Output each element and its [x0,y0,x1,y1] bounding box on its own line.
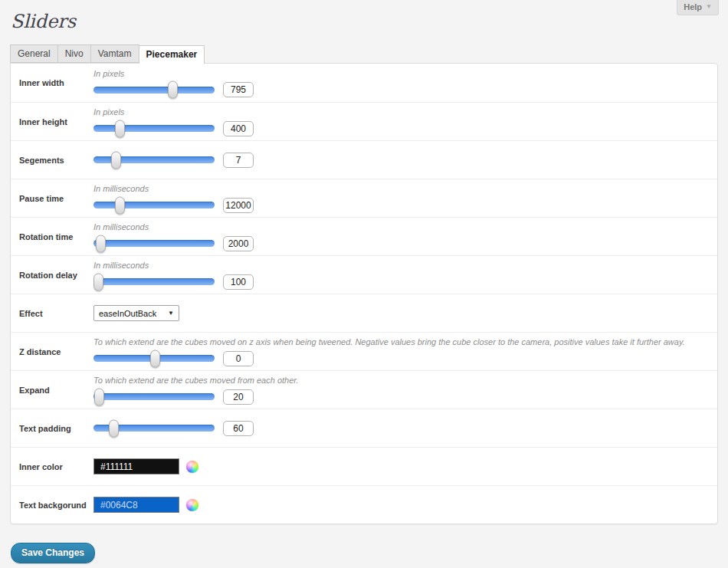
field-content: easeInOutBack▼ [93,294,717,332]
inner-color-color-input[interactable]: #111111 [93,458,179,474]
tab-general[interactable]: General [10,44,58,63]
inner-width-value-input[interactable] [223,82,254,97]
tab-piecemaker[interactable]: Piecemaker [139,45,205,64]
field-description: In pixels [93,107,708,117]
tab-bar: GeneralNivoVamtamPiecemaker [10,44,728,63]
text-padding-slider-handle[interactable] [109,419,119,437]
field-controls [93,421,708,436]
field-description: To which extend are the cubes moved on z… [93,337,708,347]
field-content: In milliseconds [93,218,717,255]
field-controls [93,236,708,251]
field-label: Inner width [11,64,93,102]
text-padding-value-input[interactable] [223,421,254,436]
inner-height-slider-handle[interactable] [115,120,125,137]
page-title: Sliders [0,0,728,31]
chevron-down-icon: ▼ [706,4,712,10]
field-description: In milliseconds [93,184,708,194]
help-label: Help [684,2,702,11]
settings-row-inner-color: Inner color#111111 [11,447,717,485]
z-distance-slider-handle[interactable] [150,350,160,367]
field-content [93,409,717,447]
field-content: In pixels [93,64,717,102]
field-label: Expand [11,371,93,409]
expand-slider-handle[interactable] [94,388,104,405]
field-label: Effect [11,294,93,332]
text-padding-slider-track[interactable] [93,425,215,432]
help-button[interactable]: Help ▼ [677,0,719,15]
settings-row-segements: Segements [11,140,717,179]
rotation-time-slider-handle[interactable] [96,235,106,252]
field-description: In milliseconds [93,222,708,232]
rotation-delay-slider-track[interactable] [93,278,215,285]
field-content: In milliseconds [93,256,717,294]
inner-width-slider-track[interactable] [93,87,215,94]
settings-row-inner-height: Inner heightIn pixels [11,102,717,140]
field-description: To which extend are the cubes moved from… [93,376,708,386]
settings-row-expand: ExpandTo which extend are the cubes move… [11,370,717,409]
expand-slider-track[interactable] [93,393,215,400]
effect-select[interactable]: easeInOutBack▼ [93,305,179,321]
settings-row-rotation-time: Rotation timeIn milliseconds [11,217,717,255]
pause-time-slider-track[interactable] [93,202,215,208]
field-controls: easeInOutBack▼ [93,305,708,321]
inner-height-value-input[interactable] [223,121,254,136]
effect-selected-value: easeInOutBack [99,309,156,318]
text-background-color-input[interactable]: #0064C8 [93,497,179,513]
settings-row-inner-width: Inner widthIn pixels [11,64,717,102]
field-content [93,141,717,179]
field-content: In milliseconds [93,179,717,217]
segements-slider-handle[interactable] [111,151,121,169]
z-distance-slider-track[interactable] [93,355,215,362]
field-label: Inner color [11,448,93,485]
field-controls [93,153,708,168]
field-label: Z distance [11,333,93,370]
sliders-settings-page: Help ▼ Sliders GeneralNivoVamtamPiecemak… [0,0,728,568]
settings-panel: Inner widthIn pixelsInner heightIn pixel… [10,63,718,524]
settings-row-pause-time: Pause timeIn milliseconds [11,179,717,217]
field-label: Pause time [11,179,93,217]
field-controls [93,389,708,405]
field-content: In pixels [93,103,717,140]
segements-value-input[interactable] [223,153,254,168]
field-controls [93,198,708,213]
field-content: To which extend are the cubes moved from… [93,371,717,409]
field-controls: #111111 [93,458,708,474]
pause-time-value-input[interactable] [223,198,254,213]
inner-height-slider-track[interactable] [93,125,215,132]
settings-row-rotation-delay: Rotation delayIn milliseconds [11,255,717,294]
field-content: To which extend are the cubes moved on z… [93,333,717,370]
pause-time-slider-handle[interactable] [115,196,125,214]
field-controls [93,351,708,366]
rotation-delay-value-input[interactable] [223,274,254,290]
color-wheel-icon[interactable] [186,461,198,473]
field-label: Rotation time [11,218,93,255]
field-label: Text padding [11,409,93,447]
field-description: In milliseconds [93,261,708,271]
field-content: #0064C8 [93,486,717,524]
settings-row-text-background: Text backgorund#0064C8 [11,485,717,524]
tab-vamtam[interactable]: Vamtam [90,44,139,63]
color-wheel-icon[interactable] [186,499,198,511]
rotation-time-value-input[interactable] [223,236,254,251]
field-label: Text backgorund [11,486,93,524]
field-label: Segements [11,141,93,179]
field-controls [93,274,708,290]
field-description: In pixels [93,69,708,79]
rotation-delay-slider-handle[interactable] [93,273,103,291]
z-distance-value-input[interactable] [223,351,254,366]
settings-row-effect: EffecteaseInOutBack▼ [11,294,717,332]
field-label: Inner height [11,103,93,140]
field-content: #111111 [93,448,717,485]
inner-width-slider-handle[interactable] [168,81,178,99]
expand-value-input[interactable] [223,389,254,405]
settings-row-text-padding: Text padding [11,409,717,447]
tab-nivo[interactable]: Nivo [57,44,91,63]
field-controls [93,121,708,136]
field-label: Rotation delay [11,256,93,294]
field-controls: #0064C8 [93,497,708,513]
save-changes-button[interactable]: Save Changes [11,543,95,563]
rotation-time-slider-track[interactable] [93,240,215,247]
settings-row-z-distance: Z distanceTo which extend are the cubes … [11,332,717,370]
segements-slider-track[interactable] [93,156,215,163]
dropdown-arrow-icon: ▼ [168,310,174,317]
